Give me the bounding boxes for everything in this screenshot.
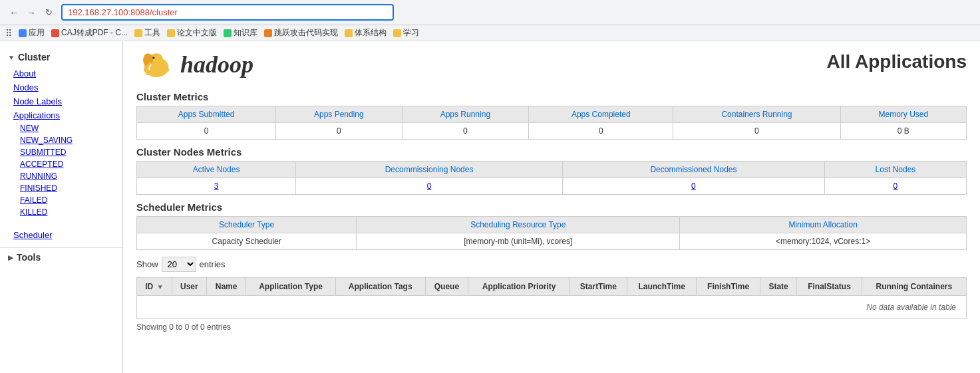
active-nodes-link[interactable]: 3 (214, 182, 219, 191)
apps-grid-icon[interactable]: ⠿ (5, 28, 12, 39)
forward-button[interactable]: → (24, 5, 39, 20)
val-apps-pending: 0 (276, 123, 402, 140)
col-launch-time[interactable]: LaunchTime (627, 278, 696, 296)
reload-button[interactable]: ↻ (41, 5, 56, 20)
bookmark-struct-icon (345, 29, 353, 37)
sidebar-item-failed[interactable]: FAILED (0, 194, 122, 206)
sidebar-item-new[interactable]: NEW (0, 122, 122, 134)
col-decommissioning-nodes: Decommissioning Nodes (296, 162, 563, 178)
bookmark-paper-icon (167, 29, 175, 37)
bookmark-caj-label: CAJ转成PDF - C... (61, 27, 128, 39)
val-memory-used: 0 B (840, 123, 966, 140)
bookmark-struct[interactable]: 体系结构 (345, 27, 387, 39)
page-title: All Applications (826, 48, 967, 72)
val-apps-completed: 0 (529, 123, 673, 140)
col-id[interactable]: ID ▼ (137, 278, 172, 296)
sidebar-cluster-header[interactable]: ▼ Cluster (0, 48, 122, 66)
hadoop-brand-text: hadoop (180, 51, 253, 78)
bookmark-apps-label: 应用 (29, 27, 45, 39)
val-active-nodes[interactable]: 3 (137, 178, 296, 195)
val-scheduler-type: Capacity Scheduler (137, 233, 357, 250)
col-finish-time[interactable]: FinishTime (697, 278, 760, 296)
bookmark-tools[interactable]: 工具 (134, 27, 160, 39)
sidebar-item-applications[interactable]: Applications (0, 108, 122, 122)
val-lost-nodes[interactable]: 0 (824, 178, 966, 195)
bookmark-know-icon (224, 29, 232, 37)
col-application-tags[interactable]: Application Tags (335, 278, 425, 296)
sidebar-item-finished[interactable]: FINISHED (0, 182, 122, 194)
nav-buttons: ← → ↻ (7, 5, 56, 20)
hadoop-logo: hadoop (136, 48, 253, 81)
bookmark-learn-icon (393, 29, 401, 37)
sidebar-item-submitted[interactable]: SUBMITTED (0, 146, 122, 158)
scheduler-metrics-title: Scheduler Metrics (136, 201, 967, 213)
cluster-arrow-icon: ▼ (8, 54, 15, 61)
sidebar-item-node-labels[interactable]: Node Labels (0, 94, 122, 108)
val-minimum-allocation: <memory:1024, vCores:1> (680, 233, 967, 250)
decommissioning-link[interactable]: 0 (427, 182, 432, 191)
sidebar-item-nodes[interactable]: Nodes (0, 80, 122, 94)
sidebar-item-scheduler[interactable]: Scheduler (0, 228, 122, 242)
bookmark-caj-icon (51, 29, 59, 37)
col-scheduler-type: Scheduler Type (137, 217, 357, 233)
val-scheduling-resource-type: [memory-mb (unit=Mi), vcores] (357, 233, 680, 250)
bookmark-caj[interactable]: CAJ转成PDF - C... (51, 27, 128, 39)
hadoop-elephant-icon (136, 48, 176, 81)
sidebar-item-about[interactable]: About (0, 66, 122, 80)
sidebar-tools-header[interactable]: ▶ Tools (0, 247, 122, 267)
col-memory-used: Memory Used (840, 106, 966, 123)
sidebar-item-running[interactable]: RUNNING (0, 170, 122, 182)
bookmark-learn[interactable]: 学习 (393, 27, 419, 39)
page-body: ▼ Cluster About Nodes Node Labels Applic… (0, 41, 980, 373)
decommissioned-link[interactable]: 0 (691, 182, 696, 191)
bookmark-learn-label: 学习 (403, 27, 419, 39)
col-start-time[interactable]: StartTime (570, 278, 627, 296)
address-bar-wrapper (61, 4, 394, 21)
sidebar-cluster-section: ▼ Cluster About Nodes Node Labels Applic… (0, 48, 122, 242)
main-content: hadoop All Applications Cluster Metrics … (123, 41, 980, 373)
show-entries-control: Show 10 20 50 100 entries (136, 257, 967, 272)
back-button[interactable]: ← (7, 5, 21, 20)
bookmark-paper[interactable]: 论文中文版 (167, 27, 217, 39)
cluster-metrics-title: Cluster Metrics (136, 91, 967, 102)
sidebar-item-accepted[interactable]: ACCEPTED (0, 158, 122, 170)
bookmark-apps[interactable]: 应用 (19, 27, 45, 39)
col-scheduling-resource-type: Scheduling Resource Type (357, 217, 680, 233)
tools-arrow-icon: ▶ (8, 254, 13, 261)
val-containers-running: 0 (673, 123, 840, 140)
sidebar-cluster-label: Cluster (18, 52, 50, 62)
applications-table: ID ▼ User Name Application Type Applicat… (136, 277, 967, 319)
sidebar: ▼ Cluster About Nodes Node Labels Applic… (0, 41, 123, 373)
col-running-containers[interactable]: Running Containers (862, 278, 966, 296)
cluster-nodes-metrics-title: Cluster Nodes Metrics (136, 146, 967, 158)
show-label: Show (136, 259, 158, 269)
val-decommissioned-nodes[interactable]: 0 (563, 178, 825, 195)
cluster-nodes-metrics-table: Active Nodes Decommissioning Nodes Decom… (136, 161, 967, 195)
address-bar[interactable] (61, 4, 394, 21)
bookmark-attack[interactable]: 跳跃攻击代码实现 (264, 27, 338, 39)
col-final-status[interactable]: FinalStatus (797, 278, 862, 296)
id-sort-arrow: ▼ (157, 283, 164, 291)
entries-select[interactable]: 10 20 50 100 (162, 257, 196, 272)
sidebar-item-new-saving[interactable]: NEW_SAVING (0, 134, 122, 146)
entries-label: entries (200, 259, 226, 269)
bookmark-know[interactable]: 知识库 (224, 27, 257, 39)
page-header: hadoop All Applications (136, 48, 967, 81)
cluster-metrics-table: Apps Submitted Apps Pending Apps Running… (136, 106, 967, 140)
bookmark-attack-icon (264, 29, 272, 37)
bookmark-tools-icon (134, 29, 142, 37)
col-application-type[interactable]: Application Type (246, 278, 336, 296)
col-name[interactable]: Name (206, 278, 245, 296)
col-application-priority[interactable]: Application Priority (468, 278, 570, 296)
no-data-cell: No data available in table (137, 296, 967, 319)
col-apps-submitted: Apps Submitted (137, 106, 276, 123)
val-decommissioning-nodes[interactable]: 0 (296, 178, 563, 195)
col-queue[interactable]: Queue (425, 278, 468, 296)
sidebar-item-killed[interactable]: KILLED (0, 206, 122, 218)
col-state[interactable]: State (760, 278, 796, 296)
col-apps-pending: Apps Pending (276, 106, 402, 123)
svg-point-2 (160, 67, 169, 72)
col-apps-completed: Apps Completed (529, 106, 673, 123)
lost-nodes-link[interactable]: 0 (894, 182, 898, 191)
col-user[interactable]: User (172, 278, 206, 296)
